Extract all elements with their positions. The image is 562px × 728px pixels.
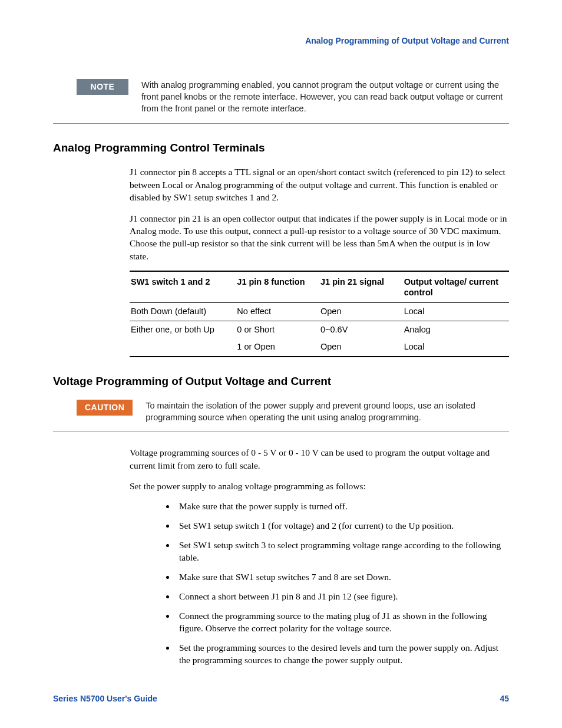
list-item: Make sure that the power supply is turne… <box>176 500 509 513</box>
table-cell: Local <box>403 303 509 321</box>
footer-left: Series N5700 User's Guide <box>53 693 157 704</box>
body-paragraph: J1 connector pin 8 accepts a TTL signal … <box>130 166 509 203</box>
table-cell: Local <box>403 338 509 357</box>
table-cell <box>130 338 236 357</box>
procedure-list: Make sure that the power supply is turne… <box>130 500 509 666</box>
th-sw1: SW1 switch 1 and 2 <box>130 271 236 303</box>
list-item: Connect the programming source to the ma… <box>176 610 509 635</box>
th-j1pin8: J1 pin 8 function <box>236 271 319 303</box>
table-cell: Open <box>319 303 403 321</box>
list-item: Make sure that SW1 setup switches 7 and … <box>176 571 509 584</box>
running-header: Analog Programming of Output Voltage and… <box>53 35 509 47</box>
section-heading-voltage-programming: Voltage Programming of Output Voltage an… <box>53 374 509 389</box>
body-paragraph: Set the power supply to analog voltage p… <box>130 480 509 492</box>
body-paragraph: Voltage programming sources of 0 - 5 V o… <box>130 446 509 472</box>
list-item: Set the programming sources to the desir… <box>176 642 509 667</box>
table-cell: 0 or Short <box>236 321 319 338</box>
page-footer: Series N5700 User's Guide 45 <box>53 693 509 704</box>
divider <box>53 431 509 432</box>
caution-callout: CAUTION To maintain the isolation of the… <box>53 400 509 424</box>
table-cell: Both Down (default) <box>130 303 236 321</box>
list-item: Set SW1 setup switch 3 to select program… <box>176 539 509 564</box>
table-cell: Open <box>319 338 403 357</box>
caution-text: To maintain the isolation of the power s… <box>146 400 509 424</box>
footer-page-number: 45 <box>500 693 509 704</box>
table-cell: No effect <box>236 303 319 321</box>
table-cell: Either one, or both Up <box>130 321 236 338</box>
list-item: Set SW1 setup switch 1 (for voltage) and… <box>176 520 509 532</box>
note-callout: NOTE With analog programming enabled, yo… <box>53 79 509 115</box>
note-text: With analog programming enabled, you can… <box>141 79 509 115</box>
table-cell: 1 or Open <box>236 338 319 357</box>
th-output: Output voltage/ current control <box>403 271 509 303</box>
list-item: Connect a short between J1 pin 8 and J1 … <box>176 591 509 603</box>
table-cell: Analog <box>403 321 509 338</box>
body-paragraph: J1 connector pin 21 is an open collector… <box>130 212 509 263</box>
table-cell: 0~0.6V <box>319 321 403 338</box>
section-heading-terminals: Analog Programming Control Terminals <box>53 140 509 156</box>
divider <box>53 123 509 124</box>
th-j1pin21: J1 pin 21 signal <box>319 271 403 303</box>
note-badge: NOTE <box>77 79 128 95</box>
caution-badge: CAUTION <box>77 400 133 416</box>
switch-table: SW1 switch 1 and 2 J1 pin 8 function J1 … <box>130 271 509 357</box>
